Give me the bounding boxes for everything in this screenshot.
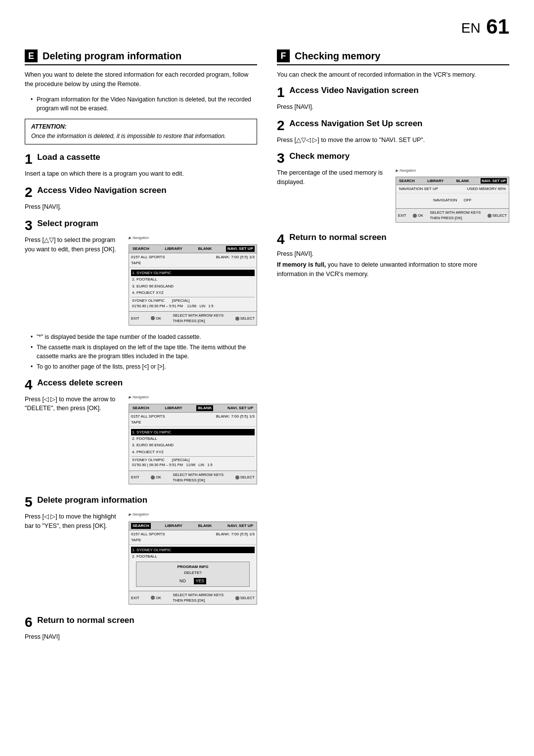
bullet-2: The cassette mark is displayed on the le… xyxy=(31,343,257,361)
nav-select-5: SELECT xyxy=(235,595,255,601)
step-e3-body: Press [△▽] to select the program you wan… xyxy=(25,236,257,371)
tab-navisetup-5: NAVI. SET UP xyxy=(226,523,255,529)
option-no: NO xyxy=(179,578,186,584)
step-e4-body: Press [◁ ▷] to move the arrow to "DELETE… xyxy=(25,395,257,489)
select-icon-4 xyxy=(235,475,239,479)
nav-instruction: SELECT WITH ARROW KEYSTHEN PRESS [OK] xyxy=(173,313,223,324)
step-e3-content: Press [△▽] to select the program you wan… xyxy=(25,236,257,330)
nav-ok-4: OK xyxy=(151,474,161,480)
step-e2-number: 2 xyxy=(25,186,33,199)
nav-item-1-4: 1. SYDNEY OLYMPIC xyxy=(131,429,255,435)
attention-title: ATTENTION: xyxy=(31,123,251,130)
delete-dialog: PROGRAM INFO DELETE? NO YES xyxy=(136,562,250,587)
nav-screen-body-5: 1. SYDNEY OLYMPIC 2. FOOTBALL PROGRAM IN… xyxy=(129,545,257,591)
mem-nav-row: NAVIGATION OFF xyxy=(399,197,506,203)
step-f3-content: The percentage of the used memory is dis… xyxy=(277,168,509,225)
step-f4-body: Press [NAVI]. If memory is full, you hav… xyxy=(277,249,509,279)
step-e4-text: Press [◁ ▷] to move the arrow to "DELETE… xyxy=(25,395,124,416)
step-f4-number: 4 xyxy=(277,233,285,246)
nav-screen-mockup-5: SEARCH LIBRARY BLANK NAVI. SET UP 0157 A… xyxy=(129,521,257,605)
attention-text: Once the information is deleted, it is i… xyxy=(31,132,251,141)
ok-icon-4 xyxy=(151,475,155,479)
step-e3: 3 Select program Press [△▽] to select th… xyxy=(25,219,257,371)
step-e5-number: 5 xyxy=(25,495,33,509)
mem-screen-footer: EXIT OK SELECT WITH ARROW KEYSTHEN PRESS… xyxy=(396,208,509,222)
main-content: E Deleting program information When you … xyxy=(25,49,509,649)
select-icon-5 xyxy=(235,596,239,600)
memory-full-note: If memory is full, you have to delete un… xyxy=(277,260,509,279)
nav-screen-footer-3: EXIT OK SELECT WITH ARROW KEYSTHEN PRESS… xyxy=(129,311,257,325)
mem-screen-body: NAVIGATION OFF xyxy=(396,193,509,208)
step-e2: 2 Access Video Navigation screen Press [… xyxy=(25,186,257,212)
tab-search-5: SEARCH xyxy=(131,523,151,529)
section-f-header: F Checking memory xyxy=(277,49,509,65)
step-f3-body: The percentage of the used memory is dis… xyxy=(277,168,509,225)
section-e-header: E Deleting program information xyxy=(25,49,257,65)
mem-setup-label: NAVIGATION SET UP xyxy=(399,186,467,192)
nav-screen-footer-4: EXIT OK SELECT WITH ARROW KEYSTHEN PRESS… xyxy=(129,471,257,484)
step-e4-title: Access delete screen xyxy=(37,378,123,388)
nav-tape-info-4: 0157 ALL SPORTS TAPE BLANK: 7:00 (5:5) 1… xyxy=(129,413,257,427)
nav-item-1: 1. SYDNEY OLYMPIC xyxy=(131,270,255,276)
step-e1: 1 Load a cassette Insert a tape on which… xyxy=(25,152,257,179)
mem-tab-navisetup: NAVI. SET UP xyxy=(481,178,507,184)
section-f-intro: You can check the amount of recorded inf… xyxy=(277,70,509,80)
mem-screen-label: Navigation xyxy=(396,168,509,174)
nav-item-3: 3. EURO 96 ENGLAND xyxy=(131,283,255,289)
step-f3-number: 3 xyxy=(277,151,285,165)
tab-blank-4: BLANK xyxy=(196,405,213,411)
step-f3-text: The percentage of the used memory is dis… xyxy=(277,168,391,189)
step-e5-body: Press [◁ ▷] to move the highlight bar to… xyxy=(25,512,257,609)
step-e4: 4 Access delete screen Press [◁ ▷] to mo… xyxy=(25,378,257,489)
ok-icon-5 xyxy=(151,596,155,600)
dialog-subtitle: DELETE? xyxy=(138,570,247,576)
nav-screen-label-4: Navigation xyxy=(129,395,257,400)
tab-blank-5: BLANK xyxy=(196,523,213,529)
nav-ok-5: OK xyxy=(151,595,161,601)
step-e3-bullets: "*" is displayed beside the tape number … xyxy=(25,332,257,371)
tab-blank: BLANK xyxy=(196,246,213,252)
step-e2-body: Press [NAVI]. xyxy=(25,202,257,212)
bullet-1: "*" is displayed beside the tape number … xyxy=(31,332,257,341)
nav-screen-body-4: 1. SYDNEY OLYMPIC 2. FOOTBALL 3. EURO 96… xyxy=(129,427,257,471)
tab-search-4: SEARCH xyxy=(131,405,151,411)
page: EN 61 E Deleting program information Whe… xyxy=(0,0,534,756)
step-e6-number: 6 xyxy=(25,615,33,629)
nav-tape-info-5: 0157 ALL SPORTS TAPE BLANK: 7:00 (5:5) 1… xyxy=(129,530,257,545)
nav-item-1-5: 1. SYDNEY OLYMPIC xyxy=(131,547,255,553)
nav-item-2-4: 2. FOOTBALL xyxy=(131,435,255,442)
step-e5-text: Press [◁ ▷] to move the highlight bar to… xyxy=(25,512,124,533)
nav-screen-step5: Navigation SEARCH LIBRARY BLANK NAVI. SE… xyxy=(129,512,257,609)
section-e-intro: When you want to delete the stored infor… xyxy=(25,70,257,89)
step-e3-text: Press [△▽] to select the program you wan… xyxy=(25,236,124,256)
nav-screen-mockup-3: SEARCH LIBRARY BLANK NAVI. SET UP 0157 A… xyxy=(129,244,257,325)
step-e4-content: Press [◁ ▷] to move the arrow to "DELETE… xyxy=(25,395,257,489)
nav-item-2-5: 2. FOOTBALL xyxy=(131,553,255,560)
step-f1-body: Press [NAVI]. xyxy=(277,102,509,112)
step-e3-title: Select program xyxy=(37,219,98,229)
nav-screen-header-5: SEARCH LIBRARY BLANK NAVI. SET UP xyxy=(129,522,257,530)
dialog-options: NO YES xyxy=(138,578,247,584)
nav-item-2: 2. FOOTBALL xyxy=(131,276,255,283)
nav-exit-5: EXIT xyxy=(131,595,139,601)
nav-tape-detail: SYDNEY OLYMPIC [SPECIAL] 01'50.90 | 09:3… xyxy=(131,297,255,309)
step-e6-body: Press [NAVI] xyxy=(25,632,257,642)
section-f-title: Checking memory xyxy=(295,50,380,62)
mem-ok-icon xyxy=(413,214,417,218)
nav-screen-label: Navigation xyxy=(129,236,257,241)
step-e6-title: Return to normal screen xyxy=(37,615,134,625)
step-e4-number: 4 xyxy=(25,378,33,392)
tab-search: SEARCH xyxy=(131,246,151,252)
step-f2-number: 2 xyxy=(277,119,285,133)
section-f-letter: F xyxy=(277,49,290,62)
nav-screen-header-3: SEARCH LIBRARY BLANK NAVI. SET UP xyxy=(129,245,257,253)
memory-screen-container: Navigation SEARCH LIBRARY BLANK NAVI. SE… xyxy=(396,168,509,225)
mem-screen-header: SEARCH LIBRARY BLANK NAVI. SET UP xyxy=(396,177,509,185)
option-yes: YES xyxy=(194,578,206,584)
nav-screen-step4: Navigation SEARCH LIBRARY BLANK NAVI. SE… xyxy=(129,395,257,489)
attention-box: ATTENTION: Once the information is delet… xyxy=(25,119,257,145)
mem-select-icon xyxy=(488,214,491,218)
mem-used-value: USED MEMORY 60% xyxy=(467,186,506,192)
nav-instruction-5: SELECT WITH ARROW KEYSTHEN PRESS [OK] xyxy=(173,592,223,604)
step-e2-title: Access Video Navigation screen xyxy=(37,186,166,195)
